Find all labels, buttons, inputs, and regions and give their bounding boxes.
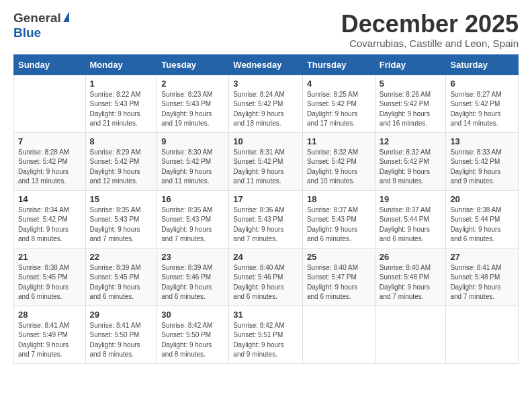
calendar-week-row: 7Sunrise: 8:28 AM Sunset: 5:42 PM Daylig… <box>14 132 519 190</box>
weekday-header-monday: Monday <box>85 54 157 75</box>
calendar-cell: 5Sunrise: 8:26 AM Sunset: 5:42 PM Daylig… <box>375 75 446 132</box>
day-number: 1 <box>90 79 153 89</box>
day-info: Sunrise: 8:39 AM Sunset: 5:46 PM Dayligh… <box>161 263 224 302</box>
calendar-cell: 30Sunrise: 8:42 AM Sunset: 5:50 PM Dayli… <box>157 306 229 363</box>
day-info: Sunrise: 8:35 AM Sunset: 5:43 PM Dayligh… <box>90 205 153 244</box>
calendar-table: SundayMondayTuesdayWednesdayThursdayFrid… <box>13 54 519 364</box>
day-info: Sunrise: 8:26 AM Sunset: 5:42 PM Dayligh… <box>380 90 442 129</box>
day-number: 13 <box>450 136 514 146</box>
day-info: Sunrise: 8:29 AM Sunset: 5:42 PM Dayligh… <box>90 148 153 187</box>
logo-blue: Blue <box>13 26 41 40</box>
calendar-cell: 13Sunrise: 8:33 AM Sunset: 5:42 PM Dayli… <box>446 132 519 190</box>
day-number: 8 <box>90 136 153 146</box>
day-info: Sunrise: 8:34 AM Sunset: 5:42 PM Dayligh… <box>18 205 81 244</box>
day-info: Sunrise: 8:41 AM Sunset: 5:49 PM Dayligh… <box>18 321 81 360</box>
calendar-cell: 3Sunrise: 8:24 AM Sunset: 5:42 PM Daylig… <box>229 75 303 132</box>
calendar-cell: 24Sunrise: 8:40 AM Sunset: 5:46 PM Dayli… <box>229 248 303 306</box>
day-number: 23 <box>161 252 224 262</box>
day-number: 22 <box>90 252 153 262</box>
day-number: 17 <box>233 194 298 204</box>
day-number: 19 <box>380 194 442 204</box>
weekday-header-wednesday: Wednesday <box>229 54 303 75</box>
calendar-cell: 8Sunrise: 8:29 AM Sunset: 5:42 PM Daylig… <box>85 132 157 190</box>
location-title: Covarrubias, Castille and Leon, Spain <box>341 38 519 49</box>
day-number: 31 <box>233 310 298 320</box>
calendar-week-row: 28Sunrise: 8:41 AM Sunset: 5:49 PM Dayli… <box>14 306 519 363</box>
weekday-header-saturday: Saturday <box>446 54 519 75</box>
calendar-week-row: 1Sunrise: 8:22 AM Sunset: 5:43 PM Daylig… <box>14 75 519 132</box>
day-number: 15 <box>90 194 153 204</box>
month-title: December 2025 <box>341 11 519 38</box>
calendar-cell: 22Sunrise: 8:39 AM Sunset: 5:45 PM Dayli… <box>85 248 157 306</box>
day-number: 25 <box>307 252 371 262</box>
calendar-cell: 19Sunrise: 8:37 AM Sunset: 5:44 PM Dayli… <box>375 190 446 248</box>
calendar-cell: 26Sunrise: 8:40 AM Sunset: 5:48 PM Dayli… <box>375 248 446 306</box>
day-number: 12 <box>380 136 442 146</box>
calendar-cell: 27Sunrise: 8:41 AM Sunset: 5:48 PM Dayli… <box>446 248 519 306</box>
day-number: 14 <box>18 194 81 204</box>
day-number: 26 <box>380 252 442 262</box>
calendar-week-row: 14Sunrise: 8:34 AM Sunset: 5:42 PM Dayli… <box>14 190 519 248</box>
weekday-header-sunday: Sunday <box>14 54 86 75</box>
day-info: Sunrise: 8:42 AM Sunset: 5:50 PM Dayligh… <box>161 321 224 360</box>
day-info: Sunrise: 8:35 AM Sunset: 5:43 PM Dayligh… <box>161 205 224 244</box>
calendar-cell <box>302 306 375 363</box>
day-number: 7 <box>18 136 81 146</box>
calendar-cell: 20Sunrise: 8:38 AM Sunset: 5:44 PM Dayli… <box>446 190 519 248</box>
calendar-cell: 4Sunrise: 8:25 AM Sunset: 5:42 PM Daylig… <box>302 75 375 132</box>
day-info: Sunrise: 8:41 AM Sunset: 5:48 PM Dayligh… <box>450 263 514 302</box>
day-info: Sunrise: 8:38 AM Sunset: 5:45 PM Dayligh… <box>18 263 81 302</box>
calendar-cell: 9Sunrise: 8:30 AM Sunset: 5:42 PM Daylig… <box>157 132 229 190</box>
day-info: Sunrise: 8:38 AM Sunset: 5:44 PM Dayligh… <box>450 205 514 244</box>
day-info: Sunrise: 8:42 AM Sunset: 5:51 PM Dayligh… <box>233 321 298 360</box>
day-number: 2 <box>161 79 224 89</box>
calendar-cell: 25Sunrise: 8:40 AM Sunset: 5:47 PM Dayli… <box>302 248 375 306</box>
day-info: Sunrise: 8:39 AM Sunset: 5:45 PM Dayligh… <box>90 263 153 302</box>
day-info: Sunrise: 8:31 AM Sunset: 5:42 PM Dayligh… <box>233 148 298 187</box>
calendar-cell: 14Sunrise: 8:34 AM Sunset: 5:42 PM Dayli… <box>14 190 86 248</box>
logo: General Blue <box>13 11 69 40</box>
day-number: 5 <box>380 79 442 89</box>
day-number: 30 <box>161 310 224 320</box>
day-info: Sunrise: 8:24 AM Sunset: 5:42 PM Dayligh… <box>233 90 298 129</box>
title-block: December 2025 Covarrubias, Castille and … <box>341 11 519 49</box>
calendar-week-row: 21Sunrise: 8:38 AM Sunset: 5:45 PM Dayli… <box>14 248 519 306</box>
weekday-header-row: SundayMondayTuesdayWednesdayThursdayFrid… <box>14 54 519 75</box>
day-info: Sunrise: 8:37 AM Sunset: 5:43 PM Dayligh… <box>307 205 371 244</box>
day-number: 27 <box>450 252 514 262</box>
calendar-cell: 21Sunrise: 8:38 AM Sunset: 5:45 PM Dayli… <box>14 248 86 306</box>
calendar-cell: 16Sunrise: 8:35 AM Sunset: 5:43 PM Dayli… <box>157 190 229 248</box>
day-info: Sunrise: 8:30 AM Sunset: 5:42 PM Dayligh… <box>161 148 224 187</box>
day-number: 16 <box>161 194 224 204</box>
calendar-cell: 17Sunrise: 8:36 AM Sunset: 5:43 PM Dayli… <box>229 190 303 248</box>
weekday-header-tuesday: Tuesday <box>157 54 229 75</box>
weekday-header-friday: Friday <box>375 54 446 75</box>
day-number: 9 <box>161 136 224 146</box>
day-number: 6 <box>450 79 514 89</box>
calendar-cell: 29Sunrise: 8:41 AM Sunset: 5:50 PM Dayli… <box>85 306 157 363</box>
calendar-cell: 1Sunrise: 8:22 AM Sunset: 5:43 PM Daylig… <box>85 75 157 132</box>
calendar-cell: 7Sunrise: 8:28 AM Sunset: 5:42 PM Daylig… <box>14 132 86 190</box>
day-number: 28 <box>18 310 81 320</box>
day-info: Sunrise: 8:32 AM Sunset: 5:42 PM Dayligh… <box>380 148 442 187</box>
page-header: General Blue December 2025 Covarrubias, … <box>13 11 519 49</box>
calendar-cell: 6Sunrise: 8:27 AM Sunset: 5:42 PM Daylig… <box>446 75 519 132</box>
calendar-cell: 31Sunrise: 8:42 AM Sunset: 5:51 PM Dayli… <box>229 306 303 363</box>
calendar-cell: 15Sunrise: 8:35 AM Sunset: 5:43 PM Dayli… <box>85 190 157 248</box>
day-info: Sunrise: 8:36 AM Sunset: 5:43 PM Dayligh… <box>233 205 298 244</box>
day-info: Sunrise: 8:33 AM Sunset: 5:42 PM Dayligh… <box>450 148 514 187</box>
day-info: Sunrise: 8:25 AM Sunset: 5:42 PM Dayligh… <box>307 90 371 129</box>
logo-triangle-icon <box>63 11 69 22</box>
day-info: Sunrise: 8:32 AM Sunset: 5:42 PM Dayligh… <box>307 148 371 187</box>
day-info: Sunrise: 8:40 AM Sunset: 5:46 PM Dayligh… <box>233 263 298 302</box>
calendar-cell <box>14 75 86 132</box>
calendar-cell: 12Sunrise: 8:32 AM Sunset: 5:42 PM Dayli… <box>375 132 446 190</box>
logo-general: General <box>13 11 61 26</box>
calendar-cell: 18Sunrise: 8:37 AM Sunset: 5:43 PM Dayli… <box>302 190 375 248</box>
day-number: 11 <box>307 136 371 146</box>
weekday-header-thursday: Thursday <box>302 54 375 75</box>
day-number: 20 <box>450 194 514 204</box>
calendar-cell: 23Sunrise: 8:39 AM Sunset: 5:46 PM Dayli… <box>157 248 229 306</box>
day-info: Sunrise: 8:40 AM Sunset: 5:47 PM Dayligh… <box>307 263 371 302</box>
day-number: 18 <box>307 194 371 204</box>
